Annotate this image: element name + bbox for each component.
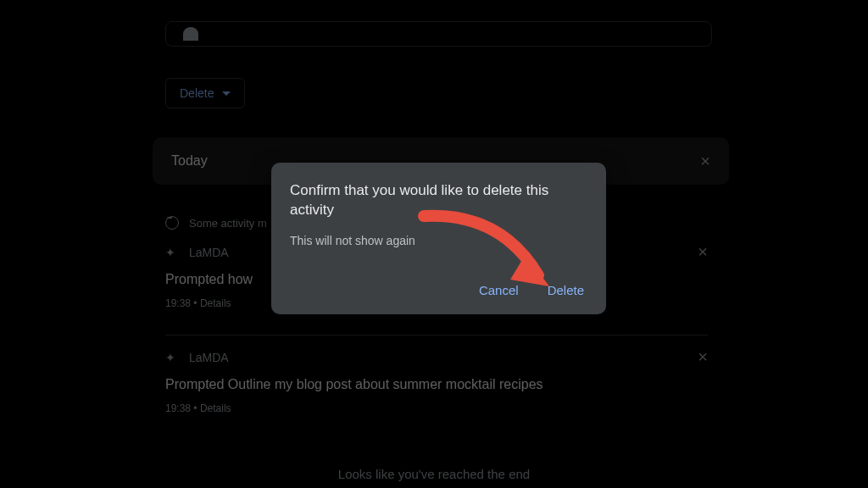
close-icon[interactable]: × <box>698 242 708 262</box>
end-of-list-text: Looks like you've reached the end <box>0 467 868 481</box>
activity-item: ✦ LaMDA × Prompted Outline my blog post … <box>165 347 708 414</box>
details-link[interactable]: Details <box>200 402 231 414</box>
info-card <box>165 21 712 47</box>
activity-item: ✦ LaMDA × Prompted how 19:38 • Details <box>165 242 708 309</box>
activity-meta: 19:38 • Details <box>165 297 708 309</box>
today-label: Today <box>171 153 208 169</box>
activity-title[interactable]: Prompted Outline my blog post about summ… <box>165 377 708 392</box>
activity-title[interactable]: Prompted how <box>165 272 708 287</box>
chevron-down-icon <box>222 92 231 96</box>
divider <box>165 335 708 336</box>
delete-label: Delete <box>180 86 214 100</box>
activity-note-text: Some activity m <box>189 217 267 230</box>
activity-source: LaMDA <box>189 351 229 364</box>
activity-note: Some activity m <box>165 216 267 230</box>
heart-icon <box>183 27 198 41</box>
today-group-header: Today × <box>153 137 729 185</box>
sparkle-icon: ✦ <box>165 246 179 259</box>
close-icon[interactable]: × <box>698 347 708 367</box>
dimmed-background: Delete Today × Some activity m ✦ LaMDA ×… <box>0 0 868 488</box>
details-link[interactable]: Details <box>200 297 231 309</box>
activity-meta: 19:38 • Details <box>165 402 708 414</box>
dots-circle-icon <box>165 216 179 230</box>
delete-dropdown-button[interactable]: Delete <box>165 78 245 108</box>
sparkle-icon: ✦ <box>165 351 179 364</box>
close-icon[interactable]: × <box>700 152 710 171</box>
activity-source: LaMDA <box>189 246 229 259</box>
